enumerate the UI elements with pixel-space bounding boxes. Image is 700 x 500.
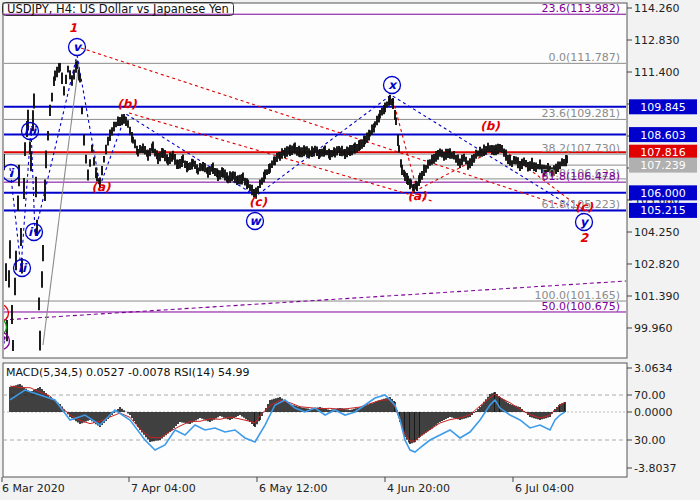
x-axis-label: 6 Jul 04:00 [515,482,574,495]
x-axis-label: 6 May 12:00 [259,482,327,495]
price-badge-label: 106.000 [640,187,686,200]
wave-label: 1 [69,21,77,35]
price-badge-label: 108.603 [640,129,686,142]
price-badge-label: 109.845 [640,101,686,114]
y-axis-label: 104.250 [634,226,680,239]
wave-label: (a) [91,180,111,194]
price-badge-label: 105.215 [640,204,686,217]
x-axis-label: 6 Mar 2020 [2,482,65,495]
macd-axis-label: -3.8037 [634,462,676,475]
price-badge-label: 107.239 [640,159,686,172]
wave-label: (c) [575,200,594,214]
y-axis-label: 111.400 [634,66,680,79]
fib-level-label: 50.0(100.675) [541,300,620,313]
wave-label: (b) [117,97,137,111]
macd-title: MACD(5,34,5) 0.0527 -0.0078 RSI(14) 54.9… [6,366,249,379]
y-axis-label: 114.260 [634,2,680,15]
macd-axis-label: 0.0000 [634,406,673,419]
chart-title: USDJPY, H4: US Dollar vs Japanese Yen [7,2,229,16]
wave-label: (b) [480,119,500,133]
x-axis-label: 4 Jun 20:00 [387,482,450,495]
fib-level-label: 23.6(113.982) [541,2,620,15]
price-badge-label: 107.816 [640,146,686,159]
macd-axis-label: 3.0634 [634,362,673,375]
chart-canvas: 23.6(113.982)0.0(111.787)23.6(109.281)38… [0,0,700,500]
y-axis-label: 101.390 [634,290,680,303]
wave-label: (a) [407,189,427,203]
y-axis-label: 112.830 [634,34,680,47]
fib-level-label: 0.0(111.787) [548,51,620,64]
x-axis-label: 7 Apr 04:00 [131,482,196,495]
wave-label: (c) [249,195,268,209]
macd-axis-label: 70.00 [634,389,666,402]
trading-chart-screenshot: 23.6(113.982)0.0(111.787)23.6(109.281)38… [0,0,700,500]
fib-level-label: 61.8(106.478) [541,170,620,183]
wave-label: w [249,214,262,228]
macd-axis-label: 30.00 [634,434,666,447]
fib-level-label: 23.6(109.281) [541,107,620,120]
fib-level-label: 38.2(107.730) [541,142,620,155]
y-axis-label: 99.960 [634,322,673,335]
y-axis-label: 102.820 [634,258,680,271]
wave-label: iii [24,124,38,138]
